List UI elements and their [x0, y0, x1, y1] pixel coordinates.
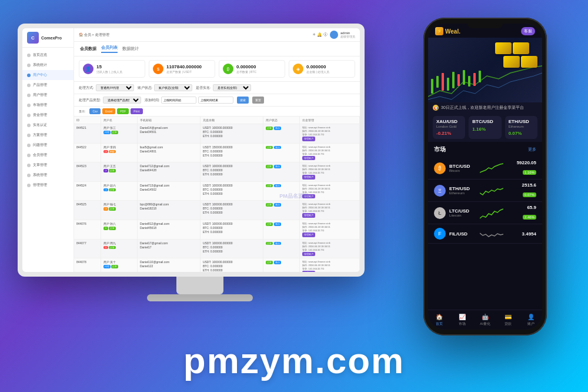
col-id: ID — [74, 117, 101, 124]
manage-account-btn[interactable]: 管理账户 — [302, 194, 315, 199]
eth-change: 0.07% — [523, 192, 536, 197]
cell-email: Daniel712@gmail.comDaniel64428 — [137, 162, 200, 182]
cell-balance: USDT: 100000.000000BTC: 0.000000ETH: 0.0… — [200, 162, 263, 182]
cell-email: Daniel812@gmail.comDaniel45618 — [137, 220, 200, 239]
breadcrumb: 🏠 会员 > 处理管理 — [79, 32, 109, 38]
cell-username: 用户 周九大 正常 — [101, 239, 137, 258]
filter-realname-label: 是否实名: — [196, 86, 211, 90]
menu-dot — [27, 94, 31, 97]
coin-info-fil: FIL/USD — [449, 231, 476, 237]
nav-loan[interactable]: 💳 贷款 — [496, 313, 519, 327]
filter-type-select[interactable]: 普通用户/代理 — [96, 84, 134, 91]
phone-bottom-nav: 🏠 首页 📈 市场 🤖 AI量化 💳 贷款 👤 账户 — [428, 310, 542, 330]
manage-account-btn[interactable]: 管理账户 — [302, 232, 315, 237]
cell-id: 844525 — [74, 201, 101, 220]
export-excel-button[interactable]: Excel — [102, 108, 115, 114]
sidebar-item-admin-mgmt[interactable]: 管理管理 — [22, 180, 74, 190]
sidebar-item-finance[interactable]: 资金管理 — [22, 110, 74, 120]
market-item-eth[interactable]: Ξ ETH/USD Ethereum 2515.6 0.07% — [428, 180, 542, 202]
nav-account[interactable]: 👤 账户 — [519, 313, 542, 327]
sidebar-item-users[interactable]: 用户中心 — [22, 70, 74, 80]
market-section: 市场 更多 ₿ BTC/USD Bitcoin — [428, 142, 542, 310]
bottom-text: pmzym.com — [0, 340, 588, 381]
manage-account-btn[interactable]: 管理账户 — [302, 271, 315, 272]
market-item-ltc[interactable]: Ł LTC/USD Litecoin 65.9 2.46% — [428, 202, 542, 224]
sidebar-item-home[interactable]: 首页总览 — [22, 50, 74, 60]
menu-dot — [27, 134, 31, 137]
sidebar-item-market[interactable]: 市场管理 — [22, 100, 74, 110]
cell-status: 正常 激活 — [263, 239, 300, 258]
cell-id: 844077 — [74, 239, 101, 258]
sidebar-item-articles[interactable]: 文章管理 — [22, 160, 74, 170]
filter-date-end[interactable] — [198, 97, 233, 104]
manage-account-btn[interactable]: 管理账户 — [302, 156, 315, 161]
user-info: admin 超级管理员 — [340, 31, 355, 38]
pair-card-xau[interactable]: XAU/USD London Gold -0.21% — [433, 116, 465, 139]
manage-account-btn[interactable]: 管理账户 — [302, 252, 315, 257]
manage-account-btn[interactable]: 管理账户 — [302, 137, 315, 141]
menu-label: 实名认证 — [33, 122, 47, 128]
sidebar-item-system[interactable]: 系统管理 — [22, 170, 74, 180]
pair-card-eth[interactable]: ETH/USD Ethereum 0.07% — [505, 116, 537, 139]
export-pdf-button[interactable]: PDF — [117, 108, 129, 114]
pair-name-btc: BTC/USD — [472, 119, 497, 124]
export-print-button[interactable]: Print — [131, 108, 142, 114]
pair-name-xau: XAU/USD — [436, 119, 462, 124]
col-action: 出金管理 — [300, 117, 360, 124]
menu-dot — [27, 84, 31, 87]
cell-id: 844523 — [74, 162, 101, 182]
cell-id: 844521 — [74, 124, 101, 144]
manage-account-btn[interactable]: 管理账户 — [302, 175, 315, 180]
eth-chart — [480, 184, 503, 197]
nav-ai[interactable]: 🤖 AI量化 — [474, 313, 497, 327]
filter-date-start[interactable] — [161, 97, 196, 104]
stat-value-amount: 0.000000 — [306, 64, 329, 69]
sidebar-item-stats[interactable]: 系统统计 — [22, 60, 74, 70]
svg-rect-0 — [431, 79, 433, 94]
market-icon: 📈 — [459, 313, 466, 320]
tab-member-list[interactable]: 会员列表 — [101, 45, 118, 53]
pair-card-btc[interactable]: BTC/USD 1.16% — [469, 116, 501, 139]
gold-bar — [513, 42, 529, 54]
account-icon: 👤 — [527, 313, 534, 320]
filter-realname: 是否实名: 是否实名(全部) — [196, 84, 251, 91]
gold-bar — [521, 56, 537, 68]
stat-value-btc: 0.000000 — [236, 64, 256, 69]
stat-value-assets: 1107840.000000 — [166, 64, 202, 69]
filter-product-select[interactable]: 选择处理产品类型 — [103, 97, 141, 104]
nav-loan-label: 贷款 — [505, 321, 512, 327]
stat-card-total-amount: ◈ 0.000000 总金额 | 处理人员 — [289, 60, 355, 78]
cell-email: Daniel14@gmail.comDaniel34501 — [137, 124, 200, 144]
filter-status-select[interactable]: 账户状态(全部) — [154, 84, 192, 91]
sidebar-item-realname[interactable]: 实名认证 — [22, 120, 74, 130]
stat-label-amount: 总金额 | 处理人员 — [306, 70, 329, 74]
manage-account-btn[interactable]: 管理账户 — [302, 213, 315, 218]
phone-frame: ⚡ Weal. 客服 — [423, 18, 547, 335]
filter-type-label: 处理方式: — [79, 86, 94, 90]
market-item-fil[interactable]: F FIL/USD 3.4954 — [428, 224, 542, 244]
sidebar-item-issues[interactable]: 问题管理 — [22, 140, 74, 150]
sidebar-item-user-mgmt[interactable]: 用户管理 — [22, 90, 74, 100]
search-button[interactable]: 搜索 — [237, 97, 249, 104]
pair-sub-eth: Ethereum — [509, 125, 534, 128]
nav-market[interactable]: 📈 市场 — [451, 313, 474, 327]
monitor-container: C ComexPro 首页总览 系统统计 用户中心 — [18, 24, 382, 330]
cell-status: 正常 激活 — [263, 258, 300, 272]
filter-realname-select[interactable]: 是否实名(全部) — [213, 84, 251, 91]
cell-action: 地址: www.api.finance.sink操作: 2024-04-18 1… — [300, 124, 360, 144]
market-more[interactable]: 更多 — [528, 147, 536, 152]
admin-main: 🏠 会员 > 处理管理 ☀ 🔔 🛈 admin 超级管理员 会员数据 会员 — [74, 28, 360, 272]
cell-id: 844076 — [74, 220, 101, 239]
nav-home[interactable]: 🏠 首页 — [428, 313, 451, 327]
sidebar-item-scheme[interactable]: 方案管理 — [22, 130, 74, 140]
sidebar-item-products[interactable]: 产品管理 — [22, 80, 74, 90]
market-item-btc[interactable]: ₿ BTC/USD Bitcoin 59220.05 1.16% — [428, 157, 542, 180]
service-button[interactable]: 客服 — [521, 27, 535, 35]
export-csv-button[interactable]: Csv — [89, 108, 101, 114]
filter-row: 处理方式: 普通用户/代理 账户状态: 账户状态(全部) 是否实名: — [74, 82, 360, 94]
sidebar-item-member[interactable]: 会员管理 — [22, 150, 74, 160]
table-row: 844525 用户 钱七小 正常 bpc@880@gmail.comDaniel… — [74, 201, 360, 220]
col-balance: 充提余额 — [200, 117, 263, 124]
reset-button[interactable]: 重置 — [252, 97, 264, 104]
tab-data-stats[interactable]: 数据统计 — [122, 46, 139, 52]
